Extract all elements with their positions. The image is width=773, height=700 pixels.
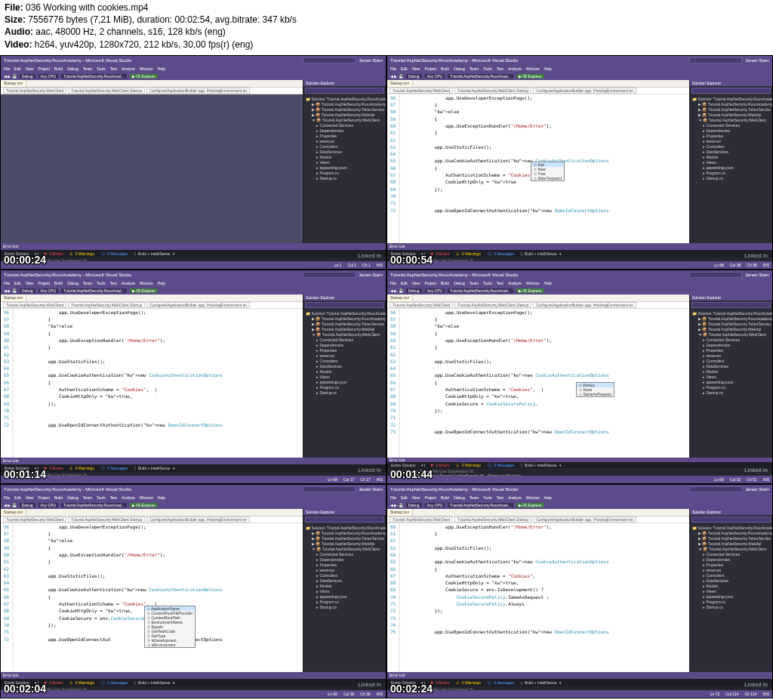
menu-help[interactable]: Help: [158, 495, 165, 500]
solution-explorer[interactable]: Solution Explorer 📁 Solution 'Tutorial.A…: [689, 80, 772, 243]
tab-startup[interactable]: Startup.cs ×: [1, 294, 26, 301]
code-editor[interactable]: Startup.cs × Tutorial.AspNetSecurity.Web…: [1, 80, 303, 243]
solution-explorer[interactable]: Solution Explorer 📁 Solution 'Tutorial.A…: [689, 294, 772, 458]
menu-window[interactable]: Window: [140, 66, 153, 71]
intellisense-popup[interactable]: ◇ Always◇ None◇ SameAsRequest: [576, 382, 614, 397]
solution-tree[interactable]: 📁 Solution 'Tutorial.AspNetSecurity.Roux…: [690, 524, 772, 672]
iis-express-button[interactable]: ▶ IIS Express: [130, 503, 158, 507]
menu-window[interactable]: Window: [526, 495, 540, 500]
menu-debug[interactable]: Debug: [454, 66, 465, 71]
error-filter-bar[interactable]: Entire Solution ▾ | ✖ 0 Errors ⚠ 0 Warni…: [1, 464, 386, 472]
vs-menubar[interactable]: FileEditViewProjectBuildDebugTeamToolsTe…: [387, 279, 772, 287]
warnings-count[interactable]: ⚠ 0 Warnings: [454, 463, 484, 467]
editor-tabs[interactable]: Startup.cs ×: [1, 509, 303, 517]
menu-help[interactable]: Help: [158, 66, 165, 71]
menu-edit[interactable]: Edit: [14, 66, 21, 71]
code-text[interactable]: app.UseDeveloperExceptionPage(); } "kw">…: [400, 94, 611, 243]
menu-file[interactable]: File: [390, 495, 396, 500]
menu-help[interactable]: Help: [544, 66, 552, 71]
error-filter-bar[interactable]: Entire Solution ▾ | ✖ 2 Errors ⚠ 0 Warni…: [387, 462, 772, 467]
solution-explorer[interactable]: Solution Explorer 📁 Solution 'Tutorial.A…: [303, 80, 386, 243]
editor-tabs[interactable]: Startup.cs ×: [387, 294, 689, 302]
code-breadcrumb[interactable]: Tutorial.AspNetSecurity.WebClient Tutori…: [1, 302, 303, 309]
messages-count[interactable]: ⓘ 0 Messages: [100, 251, 131, 256]
iis-express-button[interactable]: ▶ IIS Express: [516, 503, 544, 507]
vs-toolbar[interactable]: ◀ ▶ 💾 Debug Any CPU Tutorial.AspNetSecur…: [387, 287, 772, 294]
solution-tree[interactable]: 📁 Solution 'Tutorial.AspNetSecurity.Roux…: [303, 524, 386, 672]
editor-tabs[interactable]: Startup.cs ×: [387, 80, 689, 88]
menu-tools[interactable]: Tools: [483, 495, 492, 500]
menu-debug[interactable]: Debug: [454, 281, 465, 285]
code-breadcrumb[interactable]: Tutorial.AspNetSecurity.WebClient Tutori…: [387, 302, 689, 309]
tab-startup[interactable]: Startup.cs ×: [1, 80, 26, 87]
solution-tree[interactable]: 📁 Solution 'Tutorial.AspNetSecurity.Roux…: [690, 310, 772, 458]
quick-launch-input[interactable]: [689, 486, 742, 492]
error-filter-bar[interactable]: Entire Solution ▾ | ✖ 0 Errors ⚠ 0 Warni…: [387, 250, 772, 257]
menu-view[interactable]: View: [412, 495, 420, 500]
menu-analyze[interactable]: Analyze: [508, 495, 522, 500]
menu-team[interactable]: Team: [470, 495, 479, 500]
tab-startup[interactable]: Startup.cs ×: [387, 509, 413, 516]
menu-test[interactable]: Test: [497, 495, 504, 500]
menu-window[interactable]: Window: [526, 281, 540, 285]
tab-startup[interactable]: Startup.cs ×: [1, 509, 26, 516]
menu-edit[interactable]: Edit: [14, 495, 21, 500]
menu-debug[interactable]: Debug: [67, 66, 79, 71]
menu-test[interactable]: Test: [110, 281, 117, 285]
solution-explorer[interactable]: Solution Explorer 📁 Solution 'Tutorial.A…: [689, 509, 772, 672]
menu-project[interactable]: Project: [38, 495, 50, 500]
vs-toolbar[interactable]: ◀ ▶ 💾 Debug Any CPU Tutorial.AspNetSecur…: [387, 72, 772, 80]
solution-tree[interactable]: 📁 Solution 'Tutorial.AspNetSecurity.Roux…: [303, 95, 386, 243]
quick-launch-input[interactable]: [689, 57, 742, 63]
menu-team[interactable]: Team: [470, 281, 479, 285]
solution-search-input[interactable]: [691, 517, 771, 523]
menu-tools[interactable]: Tools: [97, 281, 106, 285]
iis-express-button[interactable]: ▶ IIS Express: [130, 288, 158, 293]
intellisense-popup[interactable]: ◇ true◇ false◇ True◇ false Keyword: [531, 162, 565, 181]
menu-help[interactable]: Help: [544, 281, 552, 285]
quick-launch-input[interactable]: [303, 272, 356, 278]
menu-window[interactable]: Window: [140, 495, 153, 500]
menu-analyze[interactable]: Analyze: [508, 281, 522, 285]
iis-express-button[interactable]: ▶ IIS Express: [130, 74, 158, 79]
menu-help[interactable]: Help: [544, 495, 552, 500]
menu-analyze[interactable]: Analyze: [122, 66, 135, 71]
menu-tools[interactable]: Tools: [97, 495, 106, 500]
menu-project[interactable]: Project: [424, 281, 436, 285]
solution-search-input[interactable]: [305, 88, 384, 94]
menu-edit[interactable]: Edit: [401, 66, 408, 71]
code-breadcrumb[interactable]: Tutorial.AspNetSecurity.WebClient Tutori…: [1, 517, 303, 523]
menu-team[interactable]: Team: [83, 281, 92, 285]
vs-menubar[interactable]: FileEditViewProjectBuildDebugTeamToolsTe…: [1, 65, 386, 72]
menu-file[interactable]: File: [4, 495, 10, 500]
messages-count[interactable]: ⓘ 0 Messages: [100, 680, 131, 685]
code-breadcrumb[interactable]: Tutorial.AspNetSecurity.WebClient Tutori…: [387, 88, 689, 94]
code-breadcrumb[interactable]: Tutorial.AspNetSecurity.WebClient Tutori…: [1, 88, 303, 94]
solution-tree[interactable]: 📁 Solution 'Tutorial.AspNetSecurity.Roux…: [303, 310, 386, 458]
quick-launch-input[interactable]: [303, 486, 356, 492]
menu-file[interactable]: File: [390, 66, 396, 71]
vs-menubar[interactable]: FileEditViewProjectBuildDebugTeamToolsTe…: [387, 494, 772, 501]
menu-view[interactable]: View: [26, 66, 34, 71]
menu-analyze[interactable]: Analyze: [508, 66, 522, 71]
menu-file[interactable]: File: [390, 281, 396, 285]
menu-window[interactable]: Window: [140, 281, 153, 285]
menu-build[interactable]: Build: [54, 281, 63, 285]
quick-launch-input[interactable]: [689, 272, 742, 278]
vs-toolbar[interactable]: ◀ ▶ 💾 Debug Any CPU Tutorial.AspNetSecur…: [1, 501, 386, 509]
error-filter-bar[interactable]: Entire Solution ▾ | ✖ 0 Errors ⚠ 0 Warni…: [1, 250, 386, 257]
code-text[interactable]: app.UseExceptionHandler("/Home/Error"); …: [400, 523, 611, 672]
menu-debug[interactable]: Debug: [67, 281, 79, 285]
menu-test[interactable]: Test: [497, 281, 504, 285]
menu-tools[interactable]: Tools: [97, 66, 106, 71]
tab-startup[interactable]: Startup.cs ×: [387, 80, 413, 87]
menu-team[interactable]: Team: [470, 66, 479, 71]
menu-test[interactable]: Test: [497, 66, 504, 71]
menu-file[interactable]: File: [4, 281, 10, 285]
menu-window[interactable]: Window: [526, 66, 540, 71]
code-editor[interactable]: Startup.cs × Tutorial.AspNetSecurity.Web…: [387, 294, 689, 458]
warnings-count[interactable]: ⚠ 0 Warnings: [68, 251, 97, 256]
error-filter-bar[interactable]: Entire Solution ▾ | ✖ 0 Errors ⚠ 0 Warni…: [1, 679, 386, 686]
menu-test[interactable]: Test: [110, 66, 117, 71]
editor-tabs[interactable]: Startup.cs ×: [387, 509, 689, 517]
